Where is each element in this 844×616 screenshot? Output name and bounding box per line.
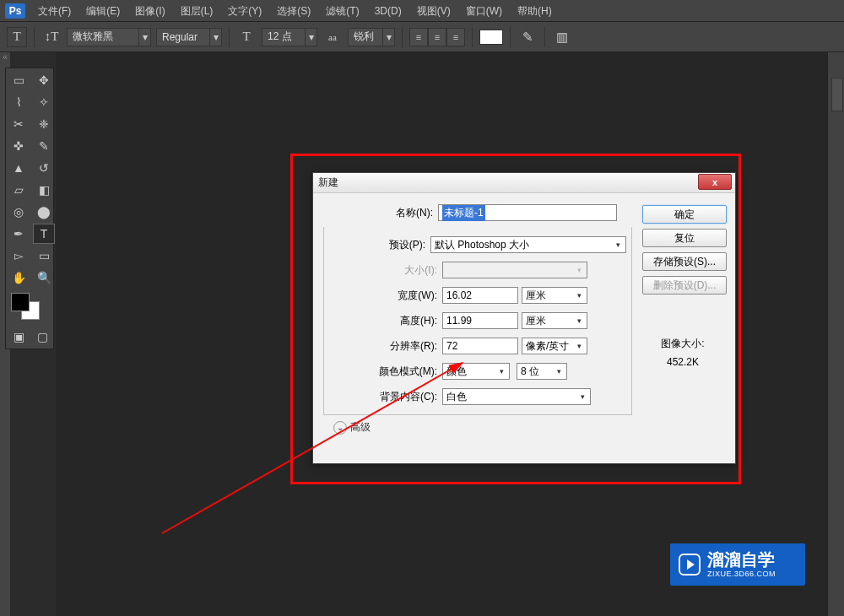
- text-orientation-icon[interactable]: ↕T: [41, 27, 62, 47]
- path-select-tool-icon[interactable]: ▻: [8, 246, 30, 266]
- crop-tool-icon[interactable]: ✂: [8, 114, 30, 134]
- menu-image[interactable]: 图像(I): [127, 0, 172, 22]
- antialias-icon: aa: [322, 27, 343, 47]
- warp-text-icon[interactable]: ✎: [517, 27, 538, 47]
- move-tool-icon[interactable]: ✥: [33, 70, 55, 90]
- font-style-dropdown[interactable]: Regular▾: [156, 28, 222, 46]
- color-mode-label: 颜色模式(M):: [324, 365, 442, 379]
- ok-button[interactable]: 确定: [642, 205, 727, 224]
- image-size-section: 图像大小: 452.2K: [642, 337, 723, 368]
- font-family-dropdown[interactable]: 微软雅黑▾: [67, 28, 151, 46]
- menu-select[interactable]: 选择(S): [269, 0, 318, 22]
- menu-3d[interactable]: 3D(D): [367, 0, 409, 22]
- delete-preset-button: 删除预设(D)...: [642, 276, 727, 294]
- lasso-tool-icon[interactable]: ⌇: [8, 92, 30, 112]
- dialog-titlebar[interactable]: 新建 x: [313, 173, 735, 193]
- app-logo: Ps: [5, 3, 25, 19]
- dialog-title: 新建: [318, 176, 338, 190]
- watermark-badge: 溜溜自学 ZIXUE.3D66.COM: [670, 543, 805, 586]
- reset-button[interactable]: 复位: [642, 229, 727, 247]
- hand-tool-icon[interactable]: ✋: [8, 267, 30, 288]
- history-brush-tool-icon[interactable]: ↺: [33, 158, 55, 178]
- name-label: 名称(N):: [320, 206, 438, 220]
- shape-tool-icon[interactable]: ▭: [33, 246, 55, 266]
- blur-tool-icon[interactable]: ◎: [8, 202, 30, 222]
- watermark-url: ZIXUE.3D66.COM: [707, 570, 776, 578]
- eraser-tool-icon[interactable]: ▱: [8, 180, 30, 200]
- antialias-dropdown[interactable]: 锐利▾: [348, 28, 395, 46]
- background-label: 背景内容(C):: [324, 390, 442, 404]
- width-unit-dropdown[interactable]: 厘米▾: [522, 287, 587, 304]
- watermark-brand: 溜溜自学: [707, 551, 776, 568]
- play-icon: [679, 554, 701, 575]
- gradient-tool-icon[interactable]: ◧: [33, 180, 55, 200]
- dodge-tool-icon[interactable]: ⬤: [33, 202, 55, 222]
- menu-view[interactable]: 视图(V): [409, 0, 458, 22]
- quickmask-icon[interactable]: ▣: [8, 327, 30, 347]
- type-tool-icon[interactable]: T: [33, 224, 55, 244]
- color-mode-dropdown[interactable]: 颜色▾: [442, 363, 510, 380]
- resolution-label: 分辨率(R):: [324, 339, 442, 354]
- font-size-dropdown[interactable]: 12 点▾: [262, 28, 317, 46]
- stamp-tool-icon[interactable]: ▲: [8, 158, 30, 178]
- close-icon[interactable]: x: [698, 174, 732, 190]
- tool-indicator-type-icon: T: [7, 27, 27, 47]
- menu-edit[interactable]: 编辑(E): [78, 0, 127, 22]
- preset-dropdown[interactable]: 默认 Photoshop 大小▾: [430, 236, 626, 253]
- screenmode-icon[interactable]: ▢: [31, 327, 53, 347]
- image-size-value: 452.2K: [642, 356, 723, 368]
- bit-depth-dropdown[interactable]: 8 位▾: [517, 363, 567, 380]
- save-preset-button[interactable]: 存储预设(S)...: [642, 252, 727, 271]
- size-label: 大小(I):: [324, 263, 442, 278]
- new-document-dialog: 新建 x 名称(N): 未标题-1 预设(P): 默认 Photoshop 大小…: [312, 172, 736, 464]
- menu-type[interactable]: 文字(Y): [220, 0, 269, 22]
- name-input[interactable]: 未标题-1: [438, 204, 617, 221]
- menu-file[interactable]: 文件(F): [30, 0, 78, 22]
- image-size-heading: 图像大小:: [642, 337, 723, 351]
- right-panel-dock[interactable]: [827, 52, 844, 616]
- menu-layer[interactable]: 图层(L): [173, 0, 221, 22]
- size-dropdown: ▾: [442, 262, 587, 278]
- align-center-icon[interactable]: ≡: [428, 28, 446, 46]
- toolbox: ▭ ✥ ⌇ ✧ ✂ ❈ ✜ ✎ ▲ ↺ ▱ ◧ ◎ ⬤ ✒ T ▻ ▭ ✋ 🔍 …: [5, 68, 54, 349]
- width-label: 宽度(W):: [324, 289, 442, 303]
- resolution-unit-dropdown[interactable]: 像素/英寸▾: [522, 338, 587, 354]
- brush-tool-icon[interactable]: ✎: [33, 136, 55, 156]
- pen-tool-icon[interactable]: ✒: [8, 224, 30, 244]
- height-input[interactable]: [442, 312, 518, 329]
- color-swatches[interactable]: [8, 289, 57, 323]
- menu-bar: Ps 文件(F) 编辑(E) 图像(I) 图层(L) 文字(Y) 选择(S) 滤…: [0, 0, 844, 22]
- marquee-tool-icon[interactable]: ▭: [8, 70, 30, 90]
- panel-toggle-icon[interactable]: ▥: [552, 27, 572, 47]
- text-align-group: ≡ ≡ ≡: [409, 28, 465, 46]
- align-left-icon[interactable]: ≡: [409, 28, 428, 46]
- foreground-swatch[interactable]: [11, 293, 30, 311]
- eyedropper-tool-icon[interactable]: ❈: [33, 114, 55, 134]
- height-unit-dropdown[interactable]: 厘米▾: [522, 312, 587, 329]
- zoom-tool-icon[interactable]: 🔍: [33, 267, 55, 288]
- font-size-icon: T: [236, 27, 257, 47]
- magic-wand-tool-icon[interactable]: ✧: [33, 92, 55, 112]
- menu-window[interactable]: 窗口(W): [458, 0, 510, 22]
- resolution-input[interactable]: [442, 338, 518, 354]
- height-label: 高度(H):: [324, 314, 442, 328]
- width-input[interactable]: [442, 287, 518, 304]
- align-right-icon[interactable]: ≡: [446, 28, 465, 46]
- advanced-toggle[interactable]: ⌄ 高级: [333, 420, 636, 435]
- preset-label: 预设(P):: [324, 238, 430, 252]
- healing-tool-icon[interactable]: ✜: [8, 136, 30, 156]
- options-bar: T ↕T 微软雅黑▾ Regular▾ T 12 点▾ aa 锐利▾ ≡ ≡ ≡…: [0, 22, 844, 52]
- menu-filter[interactable]: 滤镜(T): [318, 0, 366, 22]
- chevron-down-icon: ⌄: [333, 421, 347, 435]
- menu-help[interactable]: 帮助(H): [510, 0, 560, 22]
- text-color-swatch[interactable]: [479, 30, 503, 45]
- background-dropdown[interactable]: 白色▾: [442, 388, 591, 405]
